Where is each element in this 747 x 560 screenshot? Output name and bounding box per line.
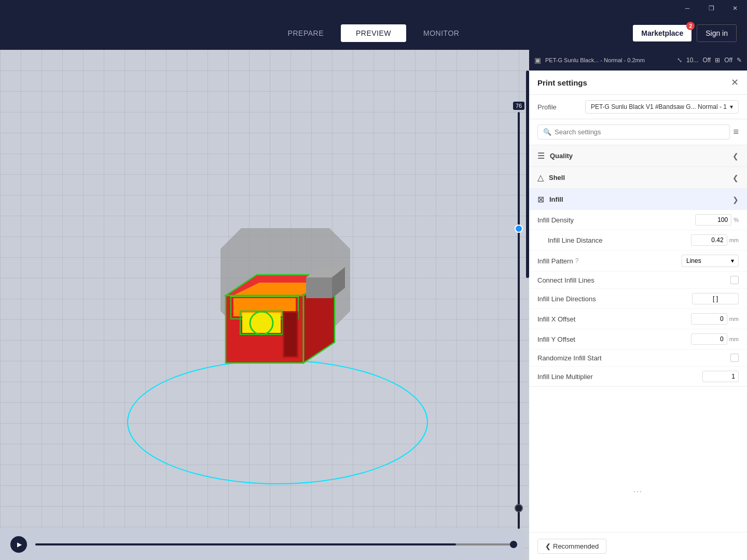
navbar: PREPARE PREVIEW MONITOR Marketplace 2 Si… (0, 17, 747, 50)
recommended-button[interactable]: ❮ Recommended (537, 539, 606, 554)
menu-icon[interactable]: ≡ (733, 127, 739, 137)
profile-label: Profile (537, 103, 557, 111)
nav-right: Marketplace 2 Sign in (633, 24, 737, 42)
infill-density-label: Infill Density (537, 216, 574, 224)
progress-thumb[interactable] (510, 541, 517, 548)
infill-line-distance-row: Infill Line Distance mm (529, 230, 747, 250)
quality-left: ☰ Quality (537, 151, 573, 161)
panel-edit-icon[interactable]: ✎ (737, 57, 742, 64)
infill-line-distance-input: mm (691, 234, 739, 246)
panel-adhesion-label: Off (724, 57, 732, 64)
infill-line-multiplier-field[interactable] (702, 371, 739, 382)
connect-infill-lines-row: Connect Infill Lines (529, 272, 747, 289)
infill-x-offset-row: Infill X Offset mm (529, 309, 747, 329)
quality-header[interactable]: ☰ Quality ❮ (529, 145, 747, 166)
infill-y-offset-unit: mm (729, 336, 739, 342)
profile-value: PET-G Sunlu Black V1 #Bandsaw G... Norma… (591, 103, 727, 110)
play-button[interactable] (10, 536, 27, 553)
infill-x-offset-label: Infill X Offset (537, 315, 575, 323)
drag-handle[interactable]: ... (633, 485, 643, 494)
signin-button[interactable]: Sign in (697, 24, 737, 42)
slider-thumb-top[interactable] (515, 225, 523, 233)
playbar (0, 529, 524, 560)
panel-footer: ❮ Recommended (529, 532, 747, 560)
titlebar: ─ ❐ ✕ (0, 0, 747, 17)
slider-track[interactable] (518, 112, 520, 529)
panel-title: Print settings (537, 78, 587, 87)
shell-left: △ Shell (537, 173, 565, 183)
infill-line-directions-row: Infill Line Directions (529, 289, 747, 309)
panel-topbar: ▣ PET-G Sunlu Black... - Normal - 0.2mm … (529, 50, 747, 71)
shell-label: Shell (549, 174, 565, 181)
panel-material-label: PET-G Sunlu Black... - Normal - 0.2mm (545, 57, 645, 63)
nav-tabs: PREPARE PREVIEW MONITOR (273, 24, 475, 42)
connect-infill-label: Connect Infill Lines (537, 276, 594, 284)
infill-density-unit: % (734, 217, 739, 223)
infill-y-offset-field[interactable] (691, 333, 727, 345)
infill-pattern-chevron-icon: ▾ (731, 257, 734, 264)
settings-body: ☰ Quality ❮ △ Shell ❮ ⊠ Infill (529, 145, 747, 532)
layer-value: 76 (513, 102, 524, 110)
search-input[interactable] (555, 128, 724, 136)
infill-line-directions-field[interactable] (692, 293, 739, 304)
infill-line-directions-input (692, 293, 739, 304)
infill-line-distance-field[interactable] (691, 234, 727, 246)
3d-model[interactable] (179, 207, 376, 394)
infill-pattern-help-icon[interactable]: ? (575, 257, 579, 264)
panel-size-icon: ⤡ (677, 57, 682, 64)
panel-adhesion-icon: ⊞ (715, 57, 720, 64)
tab-monitor[interactable]: MONITOR (408, 24, 474, 42)
infill-left: ⊠ Infill (537, 194, 563, 204)
recommended-label: Recommended (553, 542, 599, 550)
svg-point-10 (253, 315, 270, 331)
quality-section: ☰ Quality ❮ (529, 145, 747, 167)
infill-y-offset-row: Infill Y Offset mm (529, 329, 747, 349)
profile-dropdown[interactable]: PET-G Sunlu Black V1 #Bandsaw G... Norma… (585, 100, 739, 114)
progress-track[interactable] (35, 543, 514, 545)
panel-profile: Profile PET-G Sunlu Black V1 #Bandsaw G.… (529, 95, 747, 119)
shell-section: △ Shell ❮ (529, 167, 747, 189)
svg-marker-16 (306, 277, 332, 298)
slider-thumb-bottom[interactable] (515, 504, 523, 512)
panel-size-label: 10... (686, 57, 698, 64)
search-box: 🔍 (537, 124, 730, 139)
randomize-infill-row: Randomize Infill Start (529, 349, 747, 367)
infill-line-distance-unit: mm (729, 237, 739, 243)
tab-preview[interactable]: PREVIEW (341, 24, 406, 42)
infill-line-multiplier-row: Infill Line Multiplier (529, 367, 747, 386)
panel-printer-icon: ▣ (534, 56, 541, 64)
randomize-infill-checkbox[interactable] (730, 354, 739, 362)
infill-chevron-icon: ❯ (732, 195, 739, 204)
recommended-chevron-icon: ❮ (545, 542, 551, 550)
infill-line-directions-label: Infill Line Directions (537, 295, 596, 303)
panel-scrollbar[interactable] (526, 71, 529, 278)
shell-icon: △ (537, 173, 544, 183)
tab-prepare[interactable]: PREPARE (273, 24, 339, 42)
marketplace-button[interactable]: Marketplace 2 (633, 25, 691, 41)
infill-x-offset-input: mm (691, 313, 739, 325)
panel-header: Print settings ✕ (529, 71, 747, 95)
infill-density-field[interactable] (695, 214, 731, 226)
quality-icon: ☰ (537, 151, 545, 161)
infill-label: Infill (549, 195, 563, 203)
minimize-button[interactable]: ─ (675, 0, 699, 17)
model-area (42, 102, 514, 519)
shell-header[interactable]: △ Shell ❮ (529, 167, 747, 188)
marketplace-badge: 2 (686, 22, 695, 30)
close-button[interactable]: ✕ (723, 0, 747, 17)
panel-close-button[interactable]: ✕ (731, 77, 739, 88)
infill-y-offset-input: mm (691, 333, 739, 345)
print-settings-panel: ▣ PET-G Sunlu Black... - Normal - 0.2mm … (529, 50, 747, 560)
quality-chevron-icon: ❮ (732, 152, 739, 160)
infill-x-offset-field[interactable] (691, 313, 727, 325)
infill-pattern-dropdown[interactable]: Lines ▾ (682, 255, 739, 267)
connect-infill-checkbox[interactable] (730, 276, 739, 284)
infill-y-offset-label: Infill Y Offset (537, 335, 575, 343)
infill-density-input: % (695, 214, 739, 226)
infill-header[interactable]: ⊠ Infill ❯ (529, 189, 747, 210)
restore-button[interactable]: ❐ (699, 0, 723, 17)
infill-pattern-value: Lines (686, 257, 701, 264)
panel-support-label: Off (702, 57, 711, 64)
profile-chevron-icon: ▾ (730, 103, 733, 110)
progress-fill (35, 543, 456, 545)
